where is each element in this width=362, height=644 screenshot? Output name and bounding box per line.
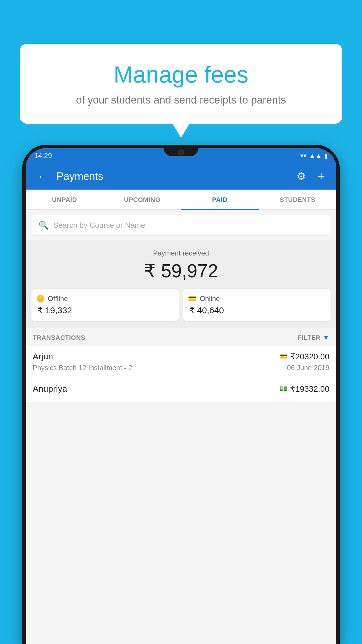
phone-notch [164,146,198,156]
filter-icon: ▼ [323,334,329,342]
status-icons: ▾▾ ▲▲ ▮ [300,152,328,160]
online-icon: 💳 [188,295,197,303]
search-input[interactable]: Search by Course or Name [53,221,145,230]
tab-students[interactable]: STUDENTS [259,190,337,210]
payment-summary: Payment received ₹ 59,972 🪙 Offline ₹ 19… [26,240,336,328]
speech-bubble-container: Manage fees of your students and send re… [20,44,342,124]
transaction-amount-wrap: 💵 ₹19332.00 [279,384,329,394]
transaction-amount-wrap: 💳 ₹20320.00 [279,352,329,361]
search-container: 🔍 Search by Course or Name [26,210,336,240]
offline-icon: 🪙 [36,295,45,303]
add-button[interactable]: + [314,167,328,186]
back-button[interactable]: ← [34,167,51,186]
app-bar-title: Payments [57,170,288,183]
transaction-course: Physics Batch 12 Installment - 2 [33,364,132,372]
online-payment-card: 💳 Online ₹ 40,640 [183,289,331,321]
transaction-amount: ₹20320.00 [290,352,329,361]
transaction-amount: ₹19332.00 [290,384,329,394]
settings-icon[interactable]: ⚙ [294,167,309,186]
signal-icon: ▲▲ [309,152,322,160]
phone-screen: 14:29 ▾▾ ▲▲ ▮ ← Payments ⚙ + UNPAID UPCO… [26,148,336,644]
bubble-subtitle: of your students and send receipts to pa… [43,94,319,106]
offline-payment-card: 🪙 Offline ₹ 19,332 [31,289,179,321]
transaction-name: Arjun [33,351,53,361]
filter-label: FILTER [298,334,320,342]
tabs-bar: UNPAID UPCOMING PAID STUDENTS [26,190,336,210]
search-icon: 🔍 [38,220,49,230]
online-label: Online [200,295,220,303]
front-camera [178,149,184,155]
transaction-date: 06 June 2019 [287,364,329,372]
tab-unpaid[interactable]: UNPAID [26,190,103,210]
phone-frame: 14:29 ▾▾ ▲▲ ▮ ← Payments ⚙ + UNPAID UPCO… [23,146,339,644]
wifi-icon: ▾▾ [300,152,307,160]
bubble-title: Manage fees [43,61,319,88]
status-time: 14:29 [34,152,52,160]
transaction-item[interactable]: Arjun 💳 ₹20320.00 Physics Batch 12 Insta… [26,346,336,378]
offline-label: Offline [48,295,68,303]
filter-button[interactable]: FILTER ▼ [298,334,329,342]
transactions-header: TRANSACTIONS FILTER ▼ [26,328,336,346]
tab-upcoming[interactable]: UPCOMING [103,190,181,210]
payment-total-amount: ₹ 59,972 [31,260,331,282]
transaction-item[interactable]: Anupriya 💵 ₹19332.00 [26,378,336,402]
transaction-name: Anupriya [33,384,67,394]
tab-paid[interactable]: PAID [181,190,259,210]
payment-cards: 🪙 Offline ₹ 19,332 💳 Online ₹ 40,640 [31,289,331,321]
payment-type-icon: 💵 [279,385,287,393]
transaction-row-top: Arjun 💳 ₹20320.00 [33,351,329,361]
search-box[interactable]: 🔍 Search by Course or Name [31,215,331,235]
offline-card-header: 🪙 Offline [36,295,174,303]
transaction-row-bottom: Physics Batch 12 Installment - 2 06 June… [33,364,329,372]
online-amount: ₹ 40,640 [188,305,326,315]
app-bar: ← Payments ⚙ + [26,163,336,190]
battery-icon: ▮ [324,152,328,160]
payment-received-label: Payment received [31,249,331,257]
payment-type-icon: 💳 [279,353,287,360]
offline-amount: ₹ 19,332 [36,305,174,315]
online-card-header: 💳 Online [188,295,326,303]
transaction-row-top: Anupriya 💵 ₹19332.00 [33,384,329,394]
transactions-label: TRANSACTIONS [33,334,85,342]
speech-bubble: Manage fees of your students and send re… [20,44,342,124]
